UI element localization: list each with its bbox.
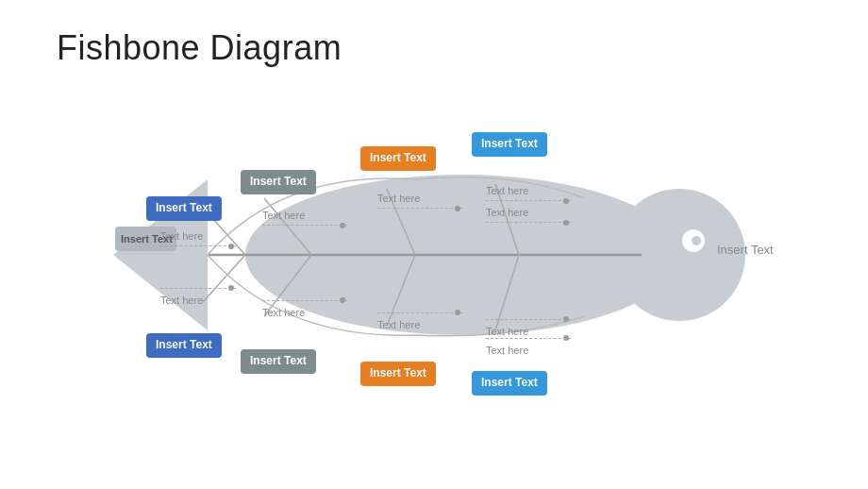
page-title: Fishbone Diagram [57,28,342,68]
fishbone-diagram: Insert Text Insert Text Insert Text Inse… [57,94,811,415]
label-top-left-2[interactable]: Insert Text [241,170,316,194]
label-bottom-mid[interactable]: Insert Text [360,362,436,386]
text-here-top-left-2: Text here [262,206,347,228]
text-here-bottom-left-1: Text here [160,285,236,308]
text-here-top-right-1: Text here [486,181,571,204]
fish-pupil [692,236,701,245]
label-bottom-left-1[interactable]: Insert Text [146,333,222,358]
text-here-top-left-1: Text here [160,227,236,249]
label-top-left-1[interactable]: Insert Text [146,196,222,221]
text-here-bottom-left-2: Text here [262,297,347,320]
text-here-bottom-mid: Text here [377,310,462,332]
text-here-top-right-2: Text here [486,203,571,226]
label-bottom-left-2[interactable]: Insert Text [241,349,316,374]
head-label[interactable]: Insert Text [708,238,783,263]
label-top-mid[interactable]: Insert Text [360,146,436,171]
text-here-top-mid: Text here [377,189,462,211]
label-top-right[interactable]: Insert Text [472,132,547,157]
label-bottom-right[interactable]: Insert Text [472,371,547,396]
text-here-bottom-right-2: Text here [486,335,571,358]
